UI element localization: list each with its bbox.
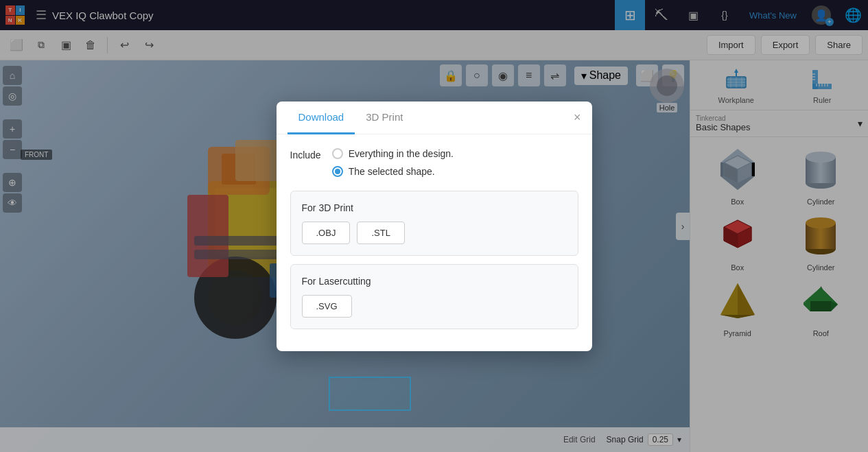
option-everything[interactable]: Everything in the design. [332,148,454,159]
lasercutting-section-title: For Lasercutting [302,276,567,287]
3dprint-section: For 3D Print .OBJ .STL [290,191,578,256]
modal-tab-bar: Download 3D Print × [277,102,592,134]
tab-3dprint[interactable]: 3D Print [355,102,414,134]
modal-close-button[interactable]: × [574,110,581,125]
radio-everything[interactable] [332,148,343,159]
modal-overlay[interactable]: Download 3D Print × Include Everything i… [0,0,868,452]
svg-button[interactable]: .SVG [302,295,352,318]
modal-body: Include Everything in the design. The se… [277,134,592,351]
lasercutting-format-buttons: .SVG [302,295,567,318]
3dprint-section-title: For 3D Print [302,202,567,213]
option-everything-label: Everything in the design. [349,148,454,159]
tab-download[interactable]: Download [288,102,355,134]
include-label: Include [290,148,321,160]
include-options: Everything in the design. The selected s… [332,148,454,177]
download-modal: Download 3D Print × Include Everything i… [277,102,592,351]
3dprint-format-buttons: .OBJ .STL [302,222,567,244]
lasercutting-section: For Lasercutting .SVG [290,264,578,329]
include-row: Include Everything in the design. The se… [290,148,578,177]
option-selected[interactable]: The selected shape. [332,166,454,177]
option-selected-label: The selected shape. [349,166,435,177]
obj-button[interactable]: .OBJ [302,222,351,244]
stl-button[interactable]: .STL [357,222,404,244]
radio-selected[interactable] [332,166,343,177]
